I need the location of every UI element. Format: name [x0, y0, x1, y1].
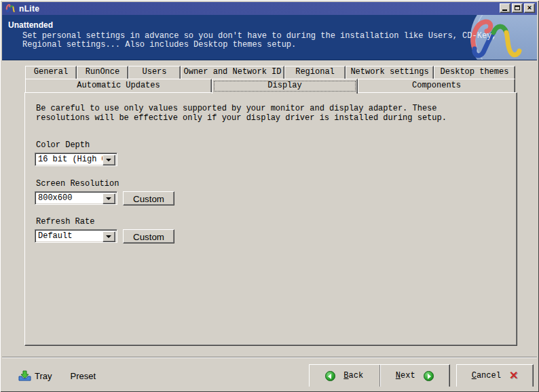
refresh-rate-select[interactable]: Default: [35, 229, 117, 243]
footer-separator: [2, 357, 537, 358]
close-icon: ×: [525, 3, 534, 12]
screen-resolution-value: 800x600: [38, 193, 103, 203]
screen-resolution-label: Screen Resolution: [36, 179, 119, 189]
tab-desktop-themes[interactable]: Desktop themes: [434, 66, 515, 79]
tray-icon[interactable]: [18, 370, 31, 381]
tab-automatic-updates[interactable]: Automatic Updates: [25, 79, 212, 92]
minimize-button[interactable]: [500, 3, 510, 13]
tab-row-2: Automatic Updates Display Components: [25, 79, 515, 92]
tab-users[interactable]: Users: [128, 66, 181, 79]
screen-resolution-select[interactable]: 800x600: [35, 191, 117, 205]
back-arrow-icon: [325, 371, 335, 381]
refresh-custom-button[interactable]: Custom: [123, 229, 174, 243]
tab-regional[interactable]: Regional: [284, 66, 346, 79]
page-title: Unattended: [8, 20, 53, 30]
chevron-down-icon[interactable]: [103, 155, 115, 165]
refresh-rate-value: Default: [38, 231, 103, 241]
preset-label[interactable]: Preset: [71, 371, 96, 381]
page-description-line2: Regional settings... Also includes Deskt…: [22, 40, 296, 50]
tab-components[interactable]: Components: [358, 79, 515, 92]
page-description-line1: Set personal settings in advance so you …: [22, 31, 497, 41]
maximize-button[interactable]: [512, 3, 523, 13]
refresh-rate-label: Refresh Rate: [36, 217, 94, 227]
tab-general[interactable]: General: [25, 66, 77, 79]
back-button-label: Back: [343, 371, 363, 380]
maximize-icon: [515, 5, 520, 10]
cancel-x-icon: ✕: [509, 371, 518, 380]
minimize-icon: [502, 9, 507, 11]
close-button[interactable]: ×: [524, 3, 535, 13]
header-banner: Unattended Set personal settings in adva…: [2, 15, 537, 60]
nlite-window: nLite × Un: [0, 0, 539, 392]
window-title: nLite: [19, 4, 39, 14]
chevron-down-icon[interactable]: [103, 193, 115, 204]
back-button[interactable]: Back: [310, 365, 380, 387]
back-next-button-group: Back Next: [309, 364, 450, 387]
footer-left: Tray Preset: [18, 369, 96, 383]
titlebar: nLite ×: [2, 2, 537, 15]
cancel-button[interactable]: Cancel ✕: [457, 365, 533, 387]
cancel-button-label: Cancel: [472, 371, 501, 380]
warning-text-line1: Be careful to use only values supported …: [36, 104, 437, 113]
cancel-button-group: Cancel ✕: [456, 364, 534, 387]
nlite-logo-icon: [5, 3, 16, 14]
tab-owner-and-network-id[interactable]: Owner and Network ID: [181, 66, 284, 79]
color-depth-label: Color Depth: [36, 140, 90, 150]
color-depth-select[interactable]: 16 bit (High Col: [35, 153, 117, 166]
tab-display[interactable]: Display: [212, 79, 358, 94]
next-button-label: Next: [396, 371, 415, 380]
warning-text-line2: resolutions will be effective only if yo…: [36, 113, 447, 123]
tab-runonce[interactable]: RunOnce: [77, 66, 128, 79]
next-arrow-icon: [424, 371, 434, 381]
tab-row-1: General RunOnce Users Owner and Network …: [25, 66, 515, 79]
window-controls: ×: [498, 3, 535, 13]
chevron-down-icon[interactable]: [103, 231, 115, 242]
next-button[interactable]: Next: [380, 365, 450, 387]
display-tab-panel: Be careful to use only values supported …: [24, 92, 517, 346]
tab-network-settings[interactable]: Network settings: [346, 66, 434, 79]
resolution-custom-button[interactable]: Custom: [123, 191, 174, 205]
tray-label[interactable]: Tray: [35, 371, 52, 381]
color-depth-value: 16 bit (High Col: [38, 155, 103, 165]
